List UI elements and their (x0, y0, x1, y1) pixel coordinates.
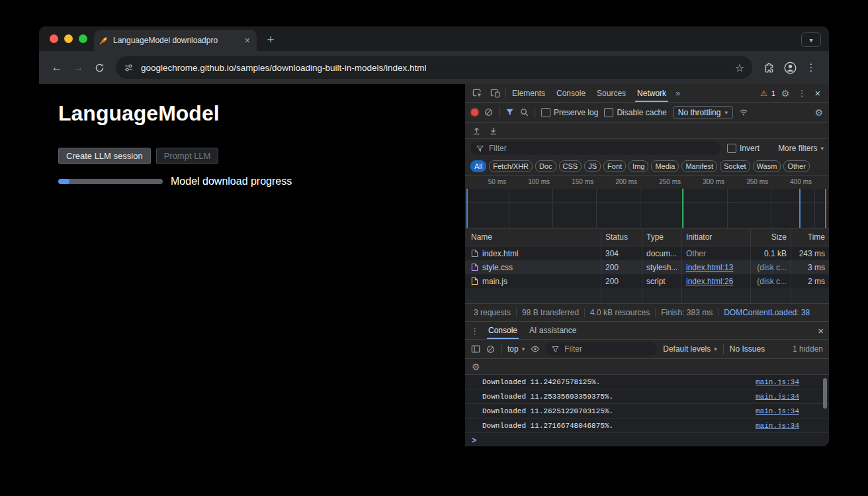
warning-count[interactable]: 1 (771, 89, 775, 97)
more-tabs-icon[interactable]: » (673, 88, 683, 98)
export-har-icon[interactable] (489, 126, 498, 135)
column-header-type[interactable]: Type (642, 228, 682, 246)
filter-chip-js[interactable]: JS (584, 160, 601, 172)
message-source-link[interactable]: main.js:34 (756, 378, 799, 386)
filter-chip-wasm[interactable]: Wasm (753, 160, 781, 172)
drawer-close-icon[interactable]: × (818, 325, 824, 336)
console-sidebar-toggle-icon[interactable] (471, 344, 480, 354)
prompt-llm-button[interactable]: Prompt LLM (156, 148, 219, 164)
console-filter-input[interactable] (546, 342, 657, 356)
browser-menu-icon[interactable]: ⋮ (801, 58, 821, 77)
create-llm-session-button[interactable]: Create LLM session (58, 148, 151, 164)
reload-button[interactable] (89, 58, 109, 77)
live-expression-eye-icon[interactable] (531, 344, 540, 354)
tab-close-icon[interactable]: × (243, 36, 251, 45)
devtools-close-icon[interactable]: × (810, 87, 825, 99)
table-row[interactable]: main.js 200 script index.html:26 (disk c… (465, 274, 829, 288)
back-button[interactable]: ← (47, 58, 67, 77)
drawer-tab-ai-assistance[interactable]: AI assistance (527, 322, 579, 339)
summary-finish: Finish: 383 ms (655, 308, 718, 317)
address-bar[interactable]: ☆ (116, 56, 752, 79)
tab-console[interactable]: Console (552, 84, 590, 102)
tab-elements[interactable]: Elements (507, 84, 550, 102)
tab-sources[interactable]: Sources (592, 84, 630, 102)
initiator-link[interactable]: index.html:13 (686, 263, 733, 272)
window-close-button[interactable] (50, 34, 58, 43)
table-row[interactable]: index.html 304 docum... Other 0.1 kB 243… (465, 246, 829, 260)
progress-label: Model download progress (171, 175, 292, 187)
column-header-size[interactable]: Size (751, 228, 791, 246)
timeline-start-marker (466, 189, 468, 228)
forward-button[interactable]: → (68, 58, 88, 77)
more-filters-dropdown[interactable]: More filters ▾ (778, 144, 824, 153)
initiator-link[interactable]: index.html:26 (686, 277, 733, 286)
filter-funnel-icon[interactable] (505, 108, 514, 117)
console-scrollbar[interactable] (823, 378, 827, 409)
timeline-tick: 150 ms (560, 178, 593, 185)
column-header-status[interactable]: Status (601, 228, 642, 246)
disable-cache-checkbox[interactable]: Disable cache (604, 108, 666, 117)
devtools-menu-icon[interactable]: ⋮ (795, 88, 808, 98)
network-settings-gear-icon[interactable]: ⚙ (814, 107, 823, 118)
column-header-name[interactable]: Name (465, 228, 601, 246)
extensions-puzzle-icon[interactable] (759, 58, 779, 77)
column-header-time[interactable]: Time (791, 228, 829, 246)
throttling-select[interactable]: No throttling ▾ (673, 106, 733, 119)
window-zoom-button[interactable] (79, 34, 87, 43)
request-status: 200 (601, 260, 642, 274)
record-network-log-button[interactable] (471, 109, 478, 116)
timeline-tick: 300 ms (691, 178, 724, 185)
devtools-settings-gear-icon[interactable]: ⚙ (777, 88, 793, 99)
tab-search-button[interactable]: ▾ (801, 32, 821, 47)
message-source-link[interactable]: main.js:34 (756, 393, 799, 401)
import-har-icon[interactable] (472, 126, 481, 135)
profile-avatar[interactable] (780, 58, 800, 77)
search-icon[interactable] (520, 108, 529, 117)
tab-strip: LanguageModel downloadpro × + ▾ (39, 26, 829, 51)
console-context-selector[interactable]: top ▾ (507, 344, 525, 354)
request-time: 3 ms (791, 260, 829, 274)
filter-chip-socket[interactable]: Socket (720, 160, 750, 172)
issues-counter[interactable]: No Issues (730, 344, 765, 354)
filter-chip-css[interactable]: CSS (559, 160, 582, 172)
clear-console-icon[interactable] (486, 345, 495, 354)
column-header-initiator[interactable]: Initiator (682, 228, 751, 246)
message-source-link[interactable]: main.js:34 (756, 407, 799, 415)
request-name: style.css (482, 263, 513, 272)
message-source-link[interactable]: main.js:34 (756, 422, 799, 430)
device-toolbar-icon[interactable] (487, 88, 503, 98)
bookmark-star-icon[interactable]: ☆ (735, 62, 744, 74)
filter-chip-manifest[interactable]: Manifest (681, 160, 717, 172)
drawer-tab-console[interactable]: Console (486, 322, 520, 339)
filter-chip-font[interactable]: Font (603, 160, 626, 172)
drawer-menu-icon[interactable]: ⋮ (470, 326, 479, 336)
table-row[interactable]: style.css 200 stylesh... index.html:13 (… (465, 260, 829, 274)
default-levels-dropdown[interactable]: Default levels ▾ (663, 344, 717, 354)
url-input[interactable] (140, 62, 729, 74)
filter-chip-img[interactable]: Img (629, 160, 648, 172)
window-minimize-button[interactable] (64, 34, 73, 43)
filter-chip-all[interactable]: All (470, 160, 486, 172)
network-overview-timeline[interactable]: 50 ms 100 ms 150 ms 200 ms 250 ms 300 ms… (465, 175, 829, 228)
filter-chip-fetch-xhr[interactable]: Fetch/XHR (489, 160, 533, 172)
filter-chip-media[interactable]: Media (651, 160, 679, 172)
clear-network-log-icon[interactable] (484, 108, 493, 117)
site-settings-icon[interactable] (124, 63, 134, 73)
console-prompt[interactable]: > (465, 433, 829, 446)
network-conditions-icon[interactable] (739, 108, 748, 117)
timeline-tick: 100 ms (517, 178, 550, 185)
page-title: LanguageModel (58, 101, 464, 126)
checkbox-icon (541, 108, 550, 117)
preserve-log-checkbox[interactable]: Preserve log (541, 108, 598, 117)
inspect-element-icon[interactable] (469, 88, 485, 98)
tab-network[interactable]: Network (632, 84, 671, 102)
warning-icon[interactable]: ⚠ (760, 89, 767, 98)
invert-checkbox[interactable]: Invert (727, 144, 760, 153)
browser-tab[interactable]: LanguageModel downloadpro × (94, 30, 257, 51)
filter-chip-other[interactable]: Other (783, 160, 810, 172)
new-tab-button[interactable]: + (262, 31, 279, 48)
network-filter-input[interactable] (470, 142, 720, 155)
devtools-panel: Elements Console Sources Network » ⚠ 1 ⚙… (464, 84, 829, 446)
console-settings-gear-icon[interactable]: ⚙ (472, 362, 480, 372)
filter-chip-doc[interactable]: Doc (535, 160, 556, 172)
